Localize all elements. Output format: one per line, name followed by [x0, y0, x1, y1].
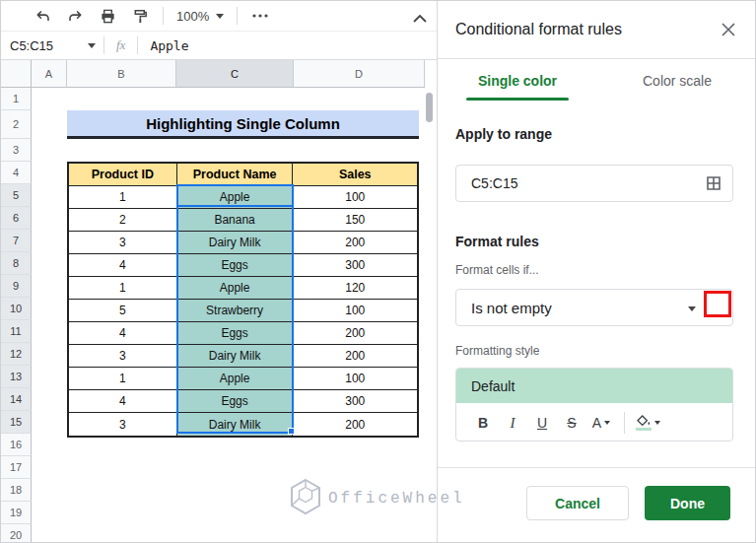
- column-header-D[interactable]: D: [294, 60, 425, 88]
- name-box[interactable]: C5:C15: [1, 38, 103, 53]
- paint-format-icon[interactable]: [130, 6, 150, 26]
- collapse-toolbar-icon[interactable]: [413, 9, 427, 27]
- table-cell[interactable]: Apple: [177, 277, 294, 300]
- table-cell[interactable]: 150: [293, 209, 417, 232]
- bold-button[interactable]: B: [470, 410, 496, 436]
- column-header-C[interactable]: C: [176, 60, 294, 88]
- table-cell[interactable]: 4: [69, 322, 177, 345]
- table-row: 1Apple100: [69, 368, 417, 390]
- fill-handle[interactable]: [288, 428, 295, 435]
- strikethrough-button[interactable]: S: [559, 410, 584, 436]
- row-header-9[interactable]: 9: [1, 275, 32, 298]
- table-cell[interactable]: 200: [293, 232, 417, 254]
- table-cell[interactable]: Apple: [177, 368, 294, 390]
- row-header-15[interactable]: 15: [1, 411, 32, 434]
- table-cell[interactable]: 120: [293, 277, 417, 300]
- table-cell[interactable]: Strawberry: [177, 300, 294, 322]
- row-header-6[interactable]: 6: [1, 207, 32, 230]
- more-options-icon[interactable]: [250, 6, 270, 26]
- chevron-down-icon: [216, 14, 224, 19]
- column-header-A[interactable]: A: [32, 60, 67, 88]
- row-header-18[interactable]: 18: [1, 479, 32, 502]
- dropdown-arrow-icon[interactable]: [688, 306, 696, 311]
- condition-dropdown[interactable]: Is not empty: [455, 289, 733, 326]
- table-cell[interactable]: 100: [293, 186, 417, 209]
- row-header-1[interactable]: 1: [1, 88, 32, 110]
- zoom-level: 100%: [176, 9, 209, 24]
- table-cell[interactable]: 1: [69, 368, 177, 390]
- row-header-11[interactable]: 11: [1, 320, 32, 343]
- row-header-16[interactable]: 16: [1, 434, 32, 456]
- print-icon[interactable]: [98, 6, 117, 26]
- table-cell[interactable]: 100: [293, 368, 417, 390]
- table-row: 4Eggs300: [69, 390, 417, 413]
- table-cell[interactable]: 3: [69, 413, 177, 436]
- row-header-5[interactable]: 5: [1, 184, 32, 207]
- table-cell[interactable]: 100: [293, 300, 417, 322]
- range-input[interactable]: C5:C15: [455, 165, 733, 202]
- conditional-format-panel: Conditional format rules Single color Co…: [437, 1, 756, 543]
- table-cell[interactable]: 4: [69, 254, 177, 277]
- table-cell[interactable]: Dairy Milk: [177, 345, 294, 368]
- formula-input[interactable]: Apple: [138, 38, 188, 53]
- zoom-control[interactable]: 100%: [176, 9, 224, 24]
- table-cell[interactable]: Dairy Milk: [177, 232, 294, 254]
- fill-color-button[interactable]: [635, 410, 660, 436]
- sheet-title-cell[interactable]: Highlighting Single Column: [67, 110, 419, 139]
- done-button[interactable]: Done: [645, 486, 730, 520]
- table-cell[interactable]: Eggs: [177, 322, 294, 345]
- table-row: 3Dairy Milk200: [69, 345, 417, 368]
- underline-button[interactable]: U: [529, 410, 555, 436]
- table-cell[interactable]: Banana: [177, 209, 294, 232]
- table-cell[interactable]: 3: [69, 232, 177, 254]
- table-cell[interactable]: Dairy Milk: [177, 413, 294, 436]
- tab-color-scale[interactable]: Color scale: [597, 59, 756, 102]
- table-cell[interactable]: 2: [69, 209, 177, 232]
- table-cell[interactable]: 3: [69, 345, 177, 368]
- table-cell[interactable]: 1: [69, 186, 177, 209]
- range-value: C5:C15: [471, 175, 517, 191]
- column-header-B[interactable]: B: [67, 60, 176, 88]
- row-header-10[interactable]: 10: [1, 298, 32, 320]
- cancel-button[interactable]: Cancel: [526, 486, 629, 520]
- row-header-12[interactable]: 12: [1, 343, 32, 366]
- table-cell[interactable]: 5: [69, 300, 177, 322]
- table-cell[interactable]: Apple: [177, 186, 294, 209]
- close-icon[interactable]: [722, 23, 735, 40]
- row-header-19[interactable]: 19: [1, 502, 32, 524]
- toolbar-separator: [624, 412, 625, 434]
- row-header-4[interactable]: 4: [1, 162, 32, 184]
- tab-single-color[interactable]: Single color: [438, 59, 597, 102]
- redo-icon[interactable]: [65, 6, 85, 26]
- row-header-2[interactable]: 2: [1, 110, 32, 139]
- table-cell[interactable]: 200: [293, 322, 417, 345]
- select-data-range-icon[interactable]: [705, 174, 722, 195]
- table-cell[interactable]: Eggs: [177, 254, 294, 277]
- table-header-cell[interactable]: Product ID: [69, 164, 177, 186]
- row-header-17[interactable]: 17: [1, 456, 32, 479]
- table-cell[interactable]: 200: [293, 345, 417, 368]
- row-header-14[interactable]: 14: [1, 388, 32, 411]
- table-cell[interactable]: 4: [69, 390, 177, 413]
- table-cell[interactable]: 1: [69, 277, 177, 300]
- row-header-3[interactable]: 3: [1, 139, 32, 162]
- row-header-20[interactable]: 20: [1, 524, 32, 543]
- table-cell[interactable]: 300: [293, 254, 417, 277]
- text-color-button[interactable]: A: [588, 410, 614, 436]
- vertical-scrollbar[interactable]: [426, 93, 433, 122]
- toolbar-separator: [237, 7, 238, 25]
- row-header-7[interactable]: 7: [1, 230, 32, 252]
- chevron-down-icon: [604, 421, 610, 425]
- undo-icon[interactable]: [33, 6, 52, 26]
- table-header-cell[interactable]: Sales: [293, 164, 417, 186]
- panel-header: Conditional format rules: [438, 1, 756, 59]
- row-header-13[interactable]: 13: [1, 366, 32, 388]
- select-all-corner[interactable]: [1, 60, 32, 88]
- italic-button[interactable]: I: [500, 410, 525, 436]
- row-header-8[interactable]: 8: [1, 252, 32, 275]
- table-cell[interactable]: 300: [293, 390, 417, 413]
- google-sheets-window: 100% C5:C15 fx Apple ABCD 12345678910111…: [0, 0, 756, 543]
- table-cell[interactable]: Eggs: [177, 390, 294, 413]
- table-cell[interactable]: 200: [293, 413, 417, 436]
- table-header-cell[interactable]: Product Name: [177, 164, 294, 186]
